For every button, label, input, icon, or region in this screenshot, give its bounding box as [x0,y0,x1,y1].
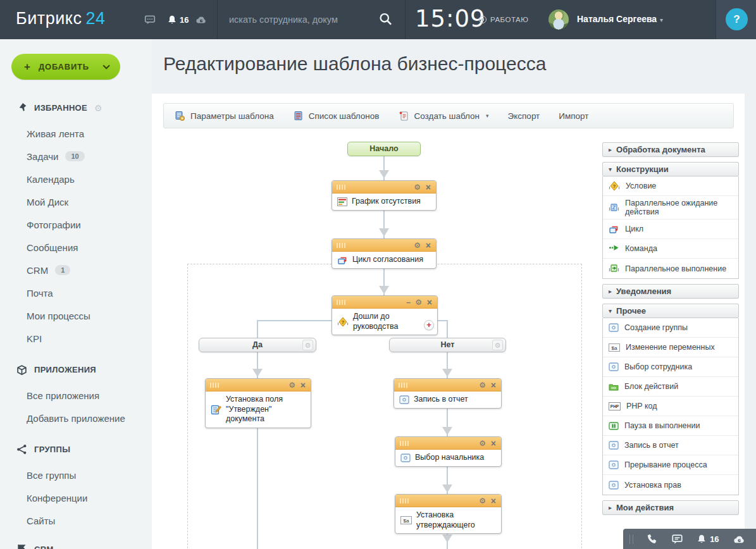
user-menu-caret-icon[interactable]: ▾ [660,16,663,23]
sidebar-section-applications[interactable]: ПРИЛОЖЕНИЯ [16,364,96,375]
user-menu[interactable]: Наталья Сергеева [577,14,657,24]
palette-item-action-block[interactable]: Блок действий [603,377,738,397]
node-settings-gear-icon[interactable]: ⚙ [479,379,486,391]
flow-node-set-approved-field[interactable]: ⚙ × Установка поля "Утвержден" документа [205,378,311,428]
node-delete-icon[interactable]: × [426,182,431,193]
flow-node-approval-loop[interactable]: ⚙ × Цикл согласования [332,238,437,269]
branch-pill-yes[interactable]: Да ⚙ [199,338,316,352]
node-settings-gear-icon[interactable]: ⚙ [288,379,295,391]
dropdown-caret-icon: ▾ [486,113,489,119]
sidebar-item-calendar[interactable]: Календарь [27,170,75,188]
toolbar-button-import[interactable]: Импорт [559,111,588,121]
node-settings-gear-icon[interactable]: ⚙ [415,297,422,308]
search-icon[interactable] [378,11,393,29]
dock-drag-handle[interactable] [629,534,633,544]
flow-start-node[interactable]: Начало [347,142,421,156]
help-button[interactable]: ? [726,8,748,30]
palette-section-constructions[interactable]: ▾ Конструкции [602,162,739,176]
add-branch-button[interactable]: + [424,320,434,330]
palette-section-document-processing[interactable]: ▸ Обработка документа [602,142,739,157]
palette-section-my-actions[interactable]: ▸ Мои действия [602,500,739,515]
favorites-settings-gear-icon[interactable]: ⚙ [94,103,102,113]
palette-item-create-group[interactable]: Создание группы [603,318,738,338]
node-settings-gear-icon[interactable]: ⚙ [414,240,421,251]
chat-icon[interactable] [144,15,156,28]
clock[interactable]: 15:09 [415,5,486,32]
search-input[interactable] [229,11,371,28]
flow-node-set-approver[interactable]: ⚙ × $a Установка утверждающего [395,494,502,534]
palette-item-report-entry[interactable]: Запись в отчет [603,436,738,455]
sidebar-item-sites[interactable]: Сайты [27,511,55,530]
node-settings-gear-icon[interactable]: ⚙ [479,438,486,449]
user-avatar[interactable] [548,9,569,30]
branch-pill-no[interactable]: Нет ⚙ [389,338,506,352]
node-delete-icon[interactable]: × [491,495,496,507]
sidebar-item-mail[interactable]: Почта [27,283,53,302]
topbar-divider [405,0,406,39]
sidebar-section-crm[interactable]: CRM [16,544,54,549]
palette-item-command[interactable]: Команда [603,239,738,259]
toolbar-button-template-params[interactable]: Параметры шаблона [175,111,274,121]
node-drag-handle[interactable]: ⚙ × [332,181,436,194]
palette-section-other[interactable]: ▾ Прочее [602,304,739,318]
notifications-count[interactable]: 16 [180,15,189,25]
sidebar-item-conferences[interactable]: Конференции [27,488,87,507]
node-delete-icon[interactable]: × [426,240,431,251]
node-settings-gear-icon[interactable]: ⚙ [414,182,421,193]
node-delete-icon[interactable]: × [491,379,496,391]
notifications-bell-icon[interactable]: 16 [697,534,719,545]
flow-node-absence-chart[interactable]: ⚙ × График отсутствия [332,180,437,211]
sidebar-item-kpi[interactable]: KPI [27,329,42,348]
sidebar-item-tasks[interactable]: Задачи10 [27,147,85,166]
flow-node-select-manager[interactable]: ⚙ × Выбор начальника [395,436,502,467]
node-delete-icon[interactable]: × [301,379,306,391]
palette-item-parallel-execution[interactable]: Параллельное выполнение [603,259,738,278]
palette-item-loop[interactable]: Цикл [603,219,738,239]
cloud-drive-icon[interactable] [195,15,208,27]
sidebar-section-favorites[interactable]: ИЗБРАННОЕ ⚙ [16,102,102,113]
node-drag-handle[interactable]: ⚙ × [395,437,501,450]
chat-icon[interactable] [671,534,683,545]
toolbar-button-template-list[interactable]: Список шаблонов [293,111,380,121]
sidebar-item-photos[interactable]: Фотографии [27,215,81,234]
branch-settings-gear-icon[interactable]: ⚙ [302,340,313,350]
flow-node-report-entry[interactable]: ⚙ × Запись в отчет [393,378,502,409]
node-settings-gear-icon[interactable]: ⚙ [479,495,486,507]
notifications-bell-icon[interactable] [167,15,177,28]
sidebar-item-add-app[interactable]: Добавить приложение [27,409,125,428]
flow-node-condition-reached-management[interactable]: – ⚙ × ? Дошли до руководства + [332,295,438,335]
toolbar-button-create-template[interactable]: Создать шаблон ▾ [399,111,489,121]
palette-section-notifications[interactable]: ▸ Уведомления [602,284,739,299]
palette-item-pause[interactable]: Пауза в выполнении [603,416,738,436]
node-minimize-icon[interactable]: – [406,297,411,308]
node-drag-handle[interactable]: – ⚙ × [332,296,437,309]
palette-item-php-code[interactable]: PHP PHP код [603,397,738,416]
cloud-drive-icon[interactable] [733,534,746,545]
node-drag-handle[interactable]: ⚙ × [332,239,436,252]
bitrix24-logo[interactable]: Битрикс24 [16,9,105,28]
sidebar-item-my-processes[interactable]: Мои процессы [27,306,90,325]
sidebar-item-messages[interactable]: Сообщения [27,238,78,257]
node-delete-icon[interactable]: × [427,297,432,308]
palette-item-set-variables[interactable]: $a Изменение переменных [603,338,738,357]
node-drag-handle[interactable]: ⚙ × [395,495,501,507]
palette-item-parallel-wait[interactable]: Параллельное ожидание действия [603,196,738,219]
node-drag-handle[interactable]: ⚙ × [394,379,501,392]
palette-item-terminate-process[interactable]: Прерывание процесса [603,455,738,475]
sidebar-item-crm[interactable]: CRM1 [27,261,70,280]
sidebar-item-all-apps[interactable]: Все приложения [27,386,99,405]
node-delete-icon[interactable]: × [491,438,496,449]
palette-item-set-permissions[interactable]: Установка прав [603,475,738,495]
phone-icon[interactable] [647,534,657,545]
palette-item-condition[interactable]: ? Условие [603,176,738,196]
sidebar-item-live-feed[interactable]: Живая лента [27,124,84,143]
sidebar-section-groups[interactable]: ГРУППЫ [16,444,70,455]
work-status-toggle[interactable]: РАБОТАЮ [479,16,528,23]
sidebar-item-all-groups[interactable]: Все группы [27,466,76,484]
sidebar-item-my-drive[interactable]: Мой Диск [27,192,68,211]
node-drag-handle[interactable]: ⚙ × [206,379,311,392]
branch-settings-gear-icon[interactable]: ⚙ [492,340,503,350]
toolbar-button-export[interactable]: Экспорт [508,111,540,121]
add-button[interactable]: + ДОБАВИТЬ [11,54,120,80]
palette-item-select-employee[interactable]: Выбор сотрудника [603,357,738,377]
